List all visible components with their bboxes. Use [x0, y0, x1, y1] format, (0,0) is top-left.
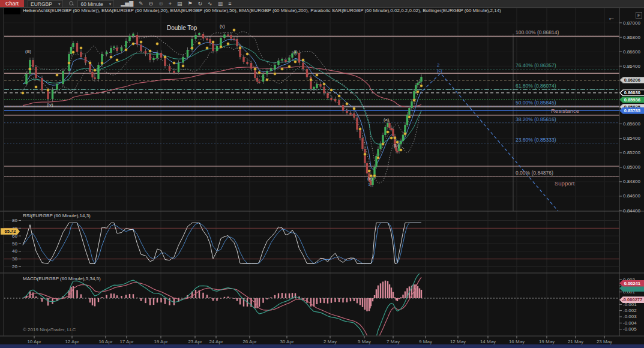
chart-window: Chart EURGBP ▾ 60 Minute ▾ ▂▅▇✎⊖⊕+▤⚑↻∿▥≡…	[0, 0, 644, 348]
rsi-series	[4, 221, 619, 267]
chart-canvas[interactable]	[0, 0, 644, 348]
price-series	[22, 29, 423, 187]
price-lines	[4, 36, 619, 176]
macd-series	[4, 272, 619, 348]
projection-line	[423, 73, 558, 211]
taskbar-strip	[0, 344, 644, 348]
back-arrow-button[interactable]: ←	[607, 13, 615, 22]
axis-f-button[interactable]: F	[636, 12, 642, 19]
gridlines	[4, 8, 619, 336]
